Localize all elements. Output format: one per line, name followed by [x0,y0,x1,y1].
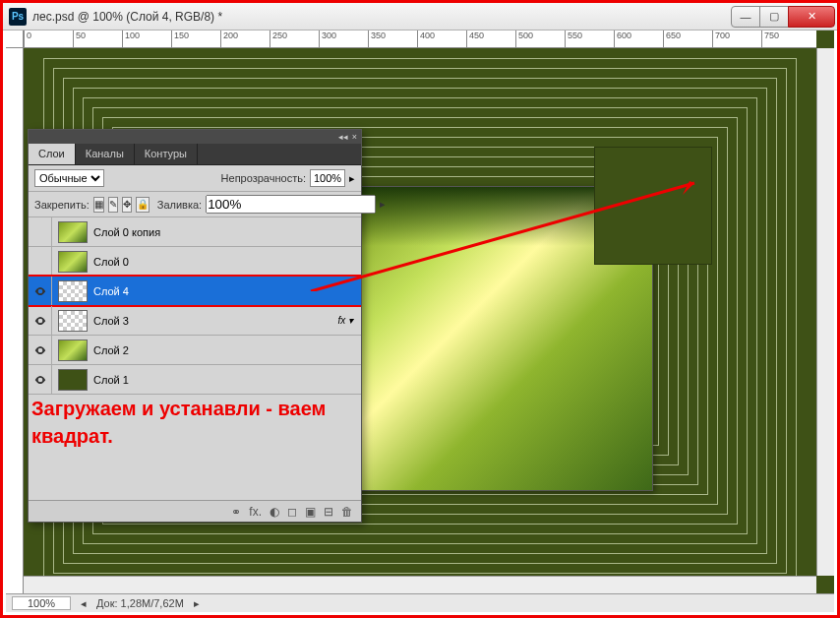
layer-thumbnail [58,251,88,273]
layer-row[interactable]: Слой 2 [29,336,361,365]
visibility-toggle[interactable] [29,217,52,247]
layer-name: Слой 0 [93,256,361,268]
panel-action-icon[interactable]: ⚭ [231,505,241,519]
layer-row[interactable]: Слой 1 [29,365,361,395]
ruler-vertical[interactable] [6,48,24,593]
layer-name: Слой 4 [93,285,361,297]
lock-all-icon[interactable]: 🔒 [136,197,150,213]
layer-name: Слой 1 [93,374,361,386]
lock-label: Закрепить: [34,199,90,211]
layer-name: Слой 0 копия [93,226,361,238]
ruler-horizontal[interactable]: 0501001502002503003504004505005506006507… [24,31,816,48]
visibility-toggle[interactable] [29,247,52,277]
layer-name: Слой 2 [93,344,361,356]
lock-pixels-icon[interactable]: ✎ [108,197,118,213]
scrollbar-vertical[interactable] [816,48,834,576]
titlebar: Ps лес.psd @ 100% (Слой 4, RGB/8) * — ▢ … [3,3,837,31]
layer-row[interactable]: Слой 0 копия [29,217,361,247]
lock-transparent-icon[interactable]: ▦ [93,197,104,213]
layer-fx-icon[interactable]: fx ▾ [337,315,361,326]
visibility-toggle[interactable] [29,306,52,336]
status-bar: 100% ◂ Док: 1,28M/7,62M ▸ [6,593,834,612]
layer-name: Слой 3 [93,315,337,327]
maximize-button[interactable]: ▢ [759,6,789,28]
layer-row[interactable]: Слой 3fx ▾ [29,306,361,336]
fill-input[interactable] [206,195,376,214]
panel-action-icon[interactable]: 🗑 [341,505,353,519]
tab-Контуры[interactable]: Контуры [135,144,198,164]
close-button[interactable]: ✕ [788,6,835,28]
panel-collapse-icon[interactable]: ◂◂ [338,132,348,142]
chevron-left-icon[interactable]: ◂ [81,597,87,610]
layer-thumbnail [58,340,88,361]
layer-thumbnail [58,310,88,332]
workspace: 0501001502002503003504004505005506006507… [6,31,834,593]
layer-thumbnail [58,369,88,391]
visibility-toggle[interactable] [29,336,52,365]
layer-row[interactable]: Слой 4 [29,277,361,306]
zoom-level[interactable]: 100% [12,596,71,610]
layers-panel: ◂◂ × СлоиКаналыКонтуры Обычные Непрозрач… [28,129,362,523]
minimize-button[interactable]: — [731,6,760,28]
blend-mode-select[interactable]: Обычные [34,169,104,187]
layer-row[interactable]: Слой 0 [29,247,361,277]
ruler-corner [6,31,24,48]
layer-thumbnail [58,280,88,302]
opacity-flyout-icon[interactable]: ▸ [349,172,355,185]
panel-action-icon[interactable]: ◐ [270,505,279,519]
panel-action-icon[interactable]: ⊟ [324,505,333,519]
window-title: лес.psd @ 100% (Слой 4, RGB/8) * [32,10,732,24]
scrollbar-horizontal[interactable] [24,576,816,593]
chevron-right-icon[interactable]: ▸ [194,597,200,610]
fill-flyout-icon[interactable]: ▸ [380,198,386,211]
layer-thumbnail [58,221,88,243]
visibility-toggle[interactable] [29,365,52,395]
layers-list: Слой 0 копияСлой 0Слой 4Слой 3fx ▾Слой 2… [29,217,361,500]
doc-size: Док: 1,28M/7,62M [96,597,184,609]
square-layer [594,147,712,265]
panel-header: ◂◂ × [29,130,361,144]
app-logo: Ps [9,8,27,26]
panel-action-icon[interactable]: fx. [249,505,262,519]
panel-action-icon[interactable]: ◻ [287,505,297,519]
annotation-text: Загружаем и устанавли - ваем квадрат. [31,395,356,450]
lock-position-icon[interactable]: ✥ [122,197,132,213]
tab-Слои[interactable]: Слои [29,144,76,164]
tab-Каналы[interactable]: Каналы [76,144,135,164]
opacity-input[interactable] [310,169,345,187]
panel-tabs: СлоиКаналыКонтуры [29,144,361,165]
visibility-toggle[interactable] [29,277,52,306]
panel-footer: ⚭fx.◐◻▣⊟🗑 [29,500,361,522]
opacity-label: Непрозрачность: [221,172,306,184]
fill-label: Заливка: [157,199,202,211]
panel-close-icon[interactable]: × [352,132,357,142]
panel-action-icon[interactable]: ▣ [305,505,316,519]
